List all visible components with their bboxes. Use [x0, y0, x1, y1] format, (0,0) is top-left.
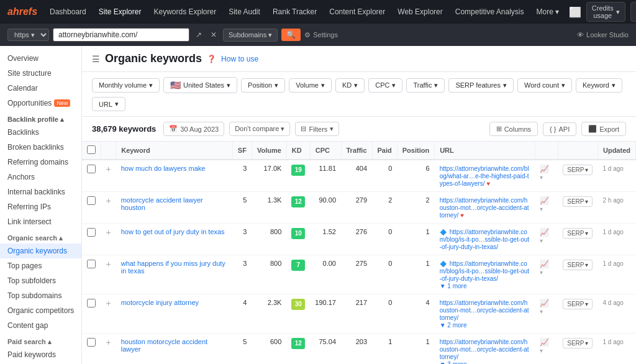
sidebar-item-calendar[interactable]: Calendar — [0, 81, 81, 96]
account-button[interactable]: Collecting Cents — [630, 2, 636, 22]
trend-chart-icon[interactable]: 📈 — [540, 260, 549, 268]
protocol-select[interactable]: https ▾ — [7, 29, 49, 41]
col-cpc[interactable]: CPC — [310, 142, 341, 160]
row-checkbox[interactable] — [87, 299, 96, 307]
trend-chart-icon[interactable]: 📈 — [540, 165, 549, 173]
sidebar-item-broken-backlinks[interactable]: Broken backlinks — [0, 140, 81, 155]
subdomains-button[interactable]: Subdomains ▾ — [223, 29, 278, 42]
url-link[interactable]: https://attorneybrianwhite.com/houston-m… — [440, 299, 529, 321]
serp-button[interactable]: SERP ▾ — [563, 196, 593, 207]
serp-button[interactable]: SERP ▾ — [563, 338, 593, 348]
keyword-filter[interactable]: Keyword ▾ — [576, 78, 622, 93]
settings-button[interactable]: ⚙ Settings — [304, 31, 338, 39]
row-checkbox[interactable] — [87, 338, 96, 347]
sidebar-item-internal-backlinks[interactable]: Internal backlinks — [0, 184, 81, 199]
sidebar-section-backlink-profile[interactable]: Backlink profile ▴ — [0, 111, 81, 125]
cpc-filter[interactable]: CPC ▾ — [368, 78, 402, 93]
trend-chart-icon[interactable]: 📈 — [540, 299, 549, 307]
sidebar-item-opportunities[interactable]: Opportunities New — [0, 96, 81, 111]
credits-usage-button[interactable]: Credits usage ▾ — [586, 2, 625, 22]
nav-more[interactable]: More ▾ — [531, 5, 563, 19]
looker-studio-button[interactable]: 👁 Looker Studio — [577, 31, 629, 39]
monthly-volume-filter[interactable]: Monthly volume ▾ — [92, 78, 160, 93]
menu-icon[interactable]: ☰ — [92, 54, 100, 64]
open-url-button[interactable]: ↗ — [193, 29, 204, 40]
nav-web-explorer[interactable]: Web Explorer — [393, 5, 447, 19]
search-button[interactable]: 🔍 — [281, 29, 301, 41]
keyword-link[interactable]: motorcycle accident lawyer houston — [121, 196, 203, 211]
col-updated[interactable]: Updated — [597, 142, 635, 160]
expand-row-button[interactable]: + — [106, 196, 111, 206]
word-count-filter[interactable]: Word count ▾ — [517, 78, 572, 93]
export-button[interactable]: ⬛ Export — [581, 122, 626, 136]
expand-row-button[interactable]: + — [106, 227, 111, 237]
chevron-icon[interactable]: ▾ — [540, 206, 543, 212]
how-to-link[interactable]: How to use — [221, 55, 258, 63]
kd-filter[interactable]: KD ▾ — [335, 78, 365, 93]
col-paid[interactable]: Paid — [372, 142, 397, 160]
sidebar-item-content-gap[interactable]: Content gap — [0, 318, 81, 333]
chevron-icon[interactable]: ▾ — [540, 269, 543, 276]
sidebar-section-paid-search[interactable]: Paid search ▴ — [0, 333, 81, 347]
sidebar-item-link-intersect[interactable]: Link intersect — [0, 214, 81, 229]
url-link[interactable]: https://attorneybrianwhite.com/blog/is-i… — [440, 260, 530, 282]
sidebar-item-backlinks[interactable]: Backlinks — [0, 125, 81, 140]
api-button[interactable]: { } API — [543, 122, 576, 136]
chevron-icon[interactable]: ▾ — [540, 347, 543, 354]
sidebar-item-referring-ips[interactable]: Referring IPs — [0, 199, 81, 214]
sidebar-item-top-pages[interactable]: Top pages — [0, 258, 81, 273]
chevron-icon[interactable]: ▾ — [540, 174, 543, 181]
nav-site-explorer[interactable]: Site Explorer — [94, 5, 147, 19]
col-sf[interactable]: SF — [232, 142, 252, 160]
col-url[interactable]: URL — [435, 142, 535, 160]
col-kd[interactable]: KD — [286, 142, 310, 160]
serp-button[interactable]: SERP ▾ — [563, 228, 593, 239]
nav-competitive-analysis[interactable]: Competitive Analysis — [450, 5, 529, 19]
url-link[interactable]: https://attorneybrianwhite.com/houston-m… — [440, 339, 529, 360]
sidebar-item-organic-competitors[interactable]: Organic competitors — [0, 303, 81, 318]
nav-site-audit[interactable]: Site Audit — [224, 5, 265, 19]
nav-content-explorer[interactable]: Content Explorer — [324, 5, 390, 19]
row-checkbox[interactable] — [87, 260, 96, 268]
url-input[interactable] — [53, 28, 189, 42]
keyword-link[interactable]: houston motorcycle accident lawyer — [121, 338, 207, 353]
serp-button[interactable]: SERP ▾ — [563, 165, 593, 175]
keyword-link[interactable]: motorcycle injury attorney — [121, 299, 199, 306]
chevron-icon[interactable]: ▾ — [540, 308, 543, 315]
sidebar-item-overview[interactable]: Overview — [0, 51, 81, 66]
expand-row-button[interactable]: + — [106, 259, 111, 269]
clear-url-button[interactable]: ✕ — [208, 29, 219, 40]
col-position[interactable]: Position — [397, 142, 434, 160]
keyword-link[interactable]: what happens if you miss jury duty in te… — [121, 260, 225, 275]
help-icon[interactable]: ❓ — [207, 55, 216, 63]
serp-features-filter[interactable]: SERP features ▾ — [448, 78, 514, 93]
chevron-icon[interactable]: ▾ — [540, 237, 543, 244]
volume-filter[interactable]: Volume ▾ — [289, 78, 332, 93]
expand-row-button[interactable]: + — [106, 298, 111, 308]
filters-button[interactable]: ⊟ Filters ▾ — [295, 122, 339, 136]
expand-row-button[interactable]: + — [106, 337, 111, 347]
serp-button[interactable]: SERP ▾ — [563, 260, 593, 270]
nav-rank-tracker[interactable]: Rank Tracker — [268, 5, 322, 19]
row-checkbox[interactable] — [87, 165, 96, 173]
select-all-checkbox[interactable] — [87, 145, 96, 154]
more-urls-link[interactable]: ▼ 1 more — [440, 283, 467, 289]
keyword-link[interactable]: how to get out of jury duty in texas — [121, 228, 225, 235]
nav-dashboard[interactable]: Dashboard — [45, 5, 91, 19]
sidebar-item-organic-keywords[interactable]: Organic keywords — [0, 243, 81, 258]
sidebar-item-site-structure[interactable]: Site structure — [0, 66, 81, 81]
nav-keywords-explorer[interactable]: Keywords Explorer — [148, 5, 221, 19]
trend-chart-icon[interactable]: 📈 — [540, 338, 549, 347]
sidebar-item-paid-keywords[interactable]: Paid keywords — [0, 347, 81, 362]
url-filter[interactable]: URL ▾ — [92, 97, 125, 111]
trend-chart-icon[interactable]: 📈 — [540, 228, 549, 237]
row-checkbox[interactable] — [87, 196, 96, 205]
compare-button[interactable]: Don't compare ▾ — [229, 122, 290, 136]
columns-button[interactable]: ⊞ Columns — [489, 122, 538, 136]
more-urls-link[interactable]: ▼ 2 more — [440, 322, 467, 329]
traffic-filter[interactable]: Traffic ▾ — [406, 78, 445, 93]
country-filter[interactable]: 🇺🇸 United States ▾ — [163, 77, 237, 93]
sidebar-item-anchors[interactable]: Anchors — [0, 170, 81, 184]
url-link[interactable]: https://attorneybrianwhite.com/blog/is-i… — [440, 229, 530, 250]
date-button[interactable]: 📅 30 Aug 2023 — [163, 122, 224, 136]
